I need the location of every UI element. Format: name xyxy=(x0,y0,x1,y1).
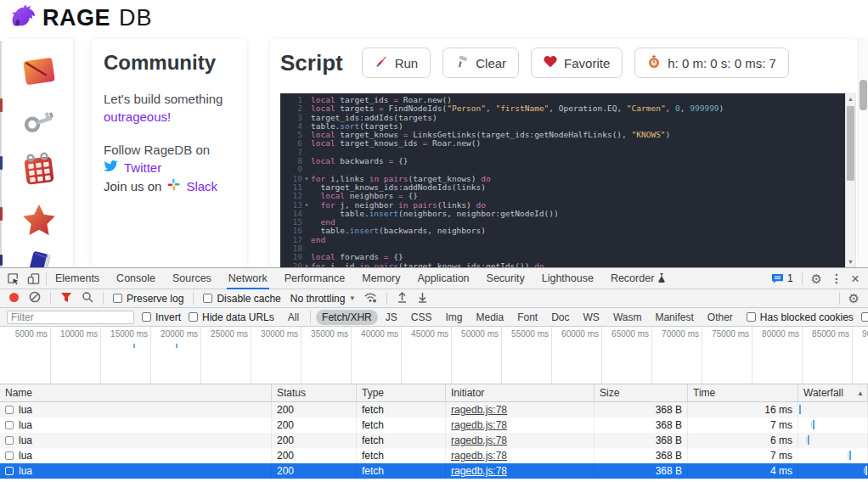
invert-checkbox[interactable]: Invert xyxy=(142,311,181,323)
initiator-link[interactable]: ragedb.js:78 xyxy=(451,448,507,463)
close-devtools-icon[interactable]: × xyxy=(851,272,860,286)
checkbox[interactable] xyxy=(861,312,868,322)
network-overview-timeline[interactable]: 5000 ms10000 ms15000 ms20000 ms25000 ms3… xyxy=(0,327,868,384)
filter-input[interactable] xyxy=(7,311,134,324)
tab-security[interactable]: Security xyxy=(478,268,533,289)
filter-type-wasm[interactable]: Wasm xyxy=(607,310,648,325)
row-checkbox[interactable] xyxy=(5,436,14,445)
hide-data-urls-checkbox[interactable]: Hide data URLs xyxy=(189,311,274,323)
editor-scrollbar[interactable]: ▲ ▼ xyxy=(845,93,856,267)
page-scrollbar[interactable] xyxy=(858,37,868,267)
tab-console[interactable]: Console xyxy=(108,268,164,289)
mail-nav-button[interactable] xyxy=(20,54,59,93)
filter-funnel-icon[interactable] xyxy=(60,292,72,305)
row-checkbox[interactable] xyxy=(5,421,14,429)
initiator-link[interactable]: ragedb.js:78 xyxy=(451,433,507,448)
tab-network[interactable]: Network xyxy=(220,268,276,289)
page-scroll-thumb[interactable] xyxy=(860,80,867,110)
clear-network-log-icon[interactable] xyxy=(29,291,41,305)
tab-memory[interactable]: Memory xyxy=(353,268,409,289)
has-blocked-cookies-checkbox[interactable]: Has blocked cookies xyxy=(747,311,854,323)
column-header-waterfall[interactable]: Waterfall▲ xyxy=(798,384,868,402)
cell-name: lua xyxy=(0,418,272,433)
star-nav-button[interactable] xyxy=(20,202,59,241)
filter-type-manifest[interactable]: Manifest xyxy=(649,310,699,325)
table-row[interactable]: lua200fetchragedb.js:78368 B7 ms xyxy=(0,448,868,463)
table-row[interactable]: lua200fetchragedb.js:78368 B7 ms xyxy=(0,418,868,433)
tab-application[interactable]: Application xyxy=(409,268,477,289)
row-checkbox[interactable] xyxy=(5,406,14,414)
run-button[interactable]: Run xyxy=(362,48,431,78)
timeline-tick-label: 55000 ms xyxy=(511,329,549,339)
settings-gear-icon[interactable]: ⚙ xyxy=(811,272,822,285)
twitter-link[interactable]: Twitter xyxy=(124,159,161,177)
code-text: local backwards = {} xyxy=(311,157,849,165)
fold-arrow-icon[interactable]: ▾ xyxy=(302,201,311,210)
scroll-up-icon[interactable]: ▲ xyxy=(846,94,855,104)
console-messages-badge[interactable]: 1 xyxy=(771,272,793,284)
key-nav-button[interactable] xyxy=(20,105,59,139)
filter-type-media[interactable]: Media xyxy=(470,310,510,325)
scroll-down-icon[interactable]: ▼ xyxy=(846,257,855,266)
filter-type-img[interactable]: Img xyxy=(439,310,468,325)
checkbox[interactable] xyxy=(203,294,212,303)
filter-type-font[interactable]: Font xyxy=(511,310,544,325)
row-checkbox[interactable] xyxy=(5,451,14,460)
editor-scroll-thumb[interactable] xyxy=(847,106,854,181)
preserve-log-checkbox[interactable]: Preserve log xyxy=(113,293,183,305)
timer-button[interactable]: h: 0 m: 0 s: 0 ms: 7 xyxy=(634,48,789,78)
requests-table-header: NameStatusTypeInitiatorSizeTimeWaterfall… xyxy=(0,384,868,402)
checkbox[interactable] xyxy=(747,312,756,322)
column-header-initiator[interactable]: Initiator xyxy=(446,384,595,402)
fold-spacer xyxy=(302,122,311,131)
device-toolbar-icon[interactable] xyxy=(25,271,41,286)
filter-type-all[interactable]: All xyxy=(282,310,305,325)
tab-lighthouse[interactable]: Lighthouse xyxy=(533,268,602,289)
filter-type-doc[interactable]: Doc xyxy=(545,310,575,325)
filter-type-css[interactable]: CSS xyxy=(405,310,438,325)
fold-arrow-icon[interactable]: ▾ xyxy=(302,175,311,183)
table-row[interactable]: lua200fetchragedb.js:78368 B16 ms xyxy=(0,402,868,418)
disable-cache-checkbox[interactable]: Disable cache xyxy=(203,293,280,305)
tab-recorder[interactable]: Recorder xyxy=(602,268,674,289)
export-har-icon[interactable] xyxy=(417,291,428,305)
checkbox[interactable] xyxy=(142,312,151,322)
row-checkbox[interactable] xyxy=(5,467,14,475)
record-button[interactable] xyxy=(8,292,20,305)
column-header-name[interactable]: Name xyxy=(0,384,272,402)
more-options-icon[interactable]: ⋮ xyxy=(831,272,843,284)
calendar-nav-button[interactable] xyxy=(20,151,59,190)
blocked-requests-checkbox[interactable]: Blocked Requests xyxy=(861,311,868,323)
tab-sources[interactable]: Sources xyxy=(164,268,220,289)
tab-elements[interactable]: Elements xyxy=(47,268,108,289)
column-header-status[interactable]: Status xyxy=(272,384,357,402)
tab-performance[interactable]: Performance xyxy=(276,268,354,289)
import-har-icon[interactable] xyxy=(397,291,408,305)
checkbox[interactable] xyxy=(113,294,122,303)
filter-type-other[interactable]: Other xyxy=(702,310,739,325)
table-row[interactable]: lua200fetchragedb.js:78368 B6 ms xyxy=(0,433,868,448)
search-icon[interactable] xyxy=(82,291,93,305)
filter-type-js[interactable]: JS xyxy=(380,310,403,325)
checkbox[interactable] xyxy=(189,312,198,322)
slack-link[interactable]: Slack xyxy=(186,177,217,196)
timeline-tick-label: 45000 ms xyxy=(411,329,448,339)
ragedb-logo[interactable]: RAGE DB xyxy=(8,3,153,32)
filter-type-fetch-xhr[interactable]: Fetch/XHR xyxy=(316,310,378,325)
outrageous-link[interactable]: outrageous! xyxy=(104,108,234,126)
network-conditions-icon[interactable] xyxy=(364,292,377,305)
inspect-element-icon[interactable] xyxy=(5,271,20,286)
initiator-link[interactable]: ragedb.js:78 xyxy=(451,463,507,479)
column-header-size[interactable]: Size xyxy=(595,384,688,402)
clear-button[interactable]: Clear xyxy=(442,48,519,78)
column-header-time[interactable]: Time xyxy=(688,384,798,402)
initiator-link[interactable]: ragedb.js:78 xyxy=(451,402,507,418)
column-header-type[interactable]: Type xyxy=(357,384,446,402)
network-settings-gear-icon[interactable]: ⚙ xyxy=(848,292,860,305)
code-editor[interactable]: 1local target_ids = Roar.new()2local tar… xyxy=(280,93,849,267)
initiator-link[interactable]: ragedb.js:78 xyxy=(451,418,507,433)
favorite-button[interactable]: Favorite xyxy=(531,48,623,78)
filter-type-ws[interactable]: WS xyxy=(578,310,606,325)
table-row[interactable]: lua200fetchragedb.js:78368 B4 ms xyxy=(0,463,868,479)
throttling-dropdown[interactable]: No throttling ▾ xyxy=(290,293,354,305)
